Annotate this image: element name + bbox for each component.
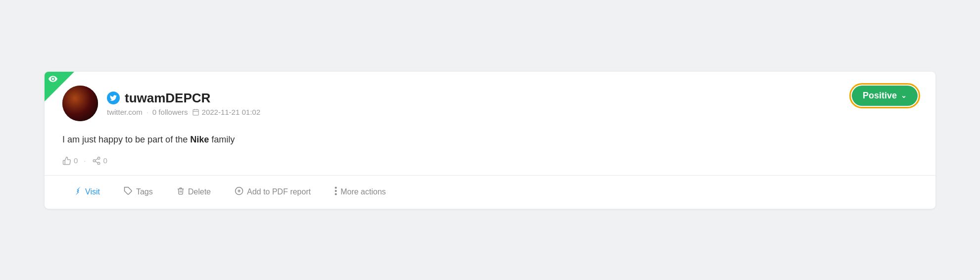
stats-dot: ·	[84, 156, 86, 165]
svg-marker-9	[76, 187, 81, 195]
likes-count: 0	[74, 156, 78, 165]
delete-label: Delete	[188, 187, 211, 196]
visit-action[interactable]: Visit	[62, 183, 112, 202]
likes-stat: 0	[62, 156, 78, 165]
sentiment-label: Positive	[863, 91, 897, 101]
more-actions-icon	[335, 187, 337, 198]
twitter-icon	[107, 92, 120, 104]
post-content: I am just happy to be part of the Nike f…	[62, 133, 918, 146]
svg-rect-0	[193, 109, 198, 115]
platform-label: twitter.com	[107, 108, 143, 116]
trash-icon	[177, 187, 185, 198]
more-actions-label: More actions	[341, 187, 386, 196]
date-display: 2022-11-21 01:02	[192, 108, 260, 116]
author-name-row: tuwamDEPCR	[107, 91, 260, 106]
add-pdf-label: Add to PDF report	[247, 187, 311, 196]
tags-action[interactable]: Tags	[112, 183, 165, 202]
header-row: tuwamDEPCR twitter.com · 0 followers	[62, 86, 918, 121]
svg-line-8	[95, 158, 98, 160]
svg-line-7	[95, 161, 98, 163]
chevron-down-icon: ⌄	[901, 92, 907, 99]
svg-point-6	[98, 162, 100, 165]
eye-icon	[49, 76, 57, 85]
svg-point-16	[335, 193, 337, 195]
add-pdf-icon	[235, 187, 244, 198]
lightning-icon	[74, 187, 82, 198]
author-info: tuwamDEPCR twitter.com · 0 followers	[107, 91, 260, 116]
delete-action[interactable]: Delete	[165, 183, 223, 202]
post-date: 2022-11-21 01:02	[202, 108, 260, 116]
sentiment-button[interactable]: Positive ⌄	[852, 86, 918, 106]
add-pdf-action[interactable]: Add to PDF report	[223, 183, 323, 202]
followers-count: 0 followers	[152, 108, 188, 116]
post-card: tuwamDEPCR twitter.com · 0 followers	[45, 72, 935, 209]
stats-row: 0 · 0	[62, 156, 918, 165]
svg-point-14	[335, 187, 337, 188]
actions-row: Visit Tags Delete	[45, 176, 935, 209]
svg-point-4	[98, 157, 100, 159]
shares-stat: 0	[92, 156, 107, 165]
author-section: tuwamDEPCR twitter.com · 0 followers	[62, 86, 260, 121]
tags-label: Tags	[136, 187, 153, 196]
svg-point-5	[93, 159, 96, 162]
avatar	[62, 86, 98, 121]
shares-count: 0	[103, 156, 107, 165]
author-meta: twitter.com · 0 followers 2022-11-21	[107, 108, 260, 116]
svg-point-15	[335, 189, 337, 191]
author-name: tuwamDEPCR	[125, 91, 210, 106]
meta-separator: ·	[147, 108, 148, 116]
content-text-before: I am just happy to be part of the	[62, 135, 190, 144]
visit-label: Visit	[85, 187, 100, 196]
brand-name: Nike	[190, 135, 209, 144]
content-text-after: family	[209, 135, 235, 144]
more-actions-action[interactable]: More actions	[323, 183, 398, 202]
tags-icon	[124, 187, 133, 198]
